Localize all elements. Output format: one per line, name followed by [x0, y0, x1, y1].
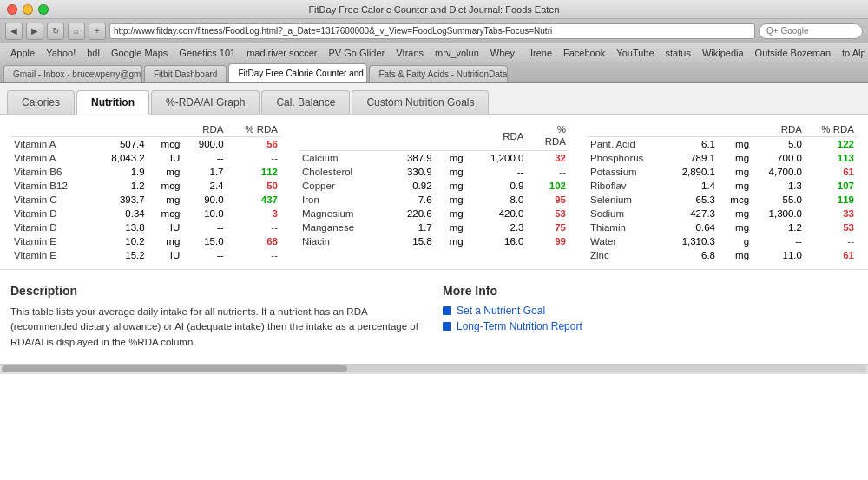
table-row: Phosphorus 789.1 mg 700.0 113 [587, 151, 858, 165]
bookmark-status[interactable]: status [661, 46, 696, 60]
scrollbar-thumb[interactable] [2, 365, 347, 372]
search-input[interactable] [759, 23, 863, 39]
riboflav-pct: 107 [806, 179, 858, 193]
table-row: Zinc 6.8 mg 11.0 61 [587, 248, 858, 262]
pant-acid-rda: 5.0 [753, 137, 806, 152]
table-row: Selenium 65.3 mcg 55.0 119 [587, 193, 858, 207]
bookmark-soccer[interactable]: mad river soccer [241, 46, 322, 60]
vitamins-value-header [93, 122, 148, 137]
vit-d2-name: Vitamin D [10, 220, 93, 234]
magnesium-name: Magnesium [299, 207, 387, 220]
url-input[interactable] [109, 23, 755, 39]
description-area: Description This table lists your averag… [0, 269, 868, 364]
vit-c-name: Vitamin C [10, 193, 93, 207]
vit-c-pct: 437 [227, 193, 281, 207]
vit-b12-rda: 2.4 [183, 179, 227, 193]
water-value: 1,310.3 [666, 234, 719, 248]
magnesium-rda: 420.0 [467, 207, 528, 220]
close-button[interactable] [7, 4, 17, 15]
phosphorus-value: 789.1 [666, 151, 719, 165]
bookmark-whey[interactable]: Whey [485, 46, 520, 60]
browser-tab-fats[interactable]: Fats & Fatty Acids - NutritionData... [369, 65, 508, 82]
table-row: Manganese 1.7 mg 2.3 75 [299, 220, 569, 234]
rss-button[interactable]: + [89, 23, 106, 40]
thiamin-rda: 1.2 [753, 220, 806, 234]
tab-custom-nutrition[interactable]: Custom Nutrition Goals [352, 90, 489, 114]
bookmark-wikipedia[interactable]: Wikipedia [697, 46, 749, 60]
vit-d-pct: 3 [227, 207, 281, 220]
vit-d-name: Vitamin D [10, 207, 93, 220]
bookmark-genetics[interactable]: Genetics 101 [174, 46, 240, 60]
cholesterol-unit: mg [436, 165, 467, 179]
minerals-table: RDA %RDA Calcium 387.9 mg 1,200.0 32 Cho… [299, 122, 569, 248]
table-row: Vitamin E 10.2 mg 15.0 68 [10, 234, 281, 248]
tab-nutrition[interactable]: Nutrition [76, 90, 149, 115]
bookmark-yahoo[interactable]: Yahoo! [41, 46, 81, 60]
bookmark-alp[interactable]: to Alp Ascen [837, 46, 868, 60]
vit-d2-pct: -- [227, 220, 281, 234]
minerals-header-row: RDA %RDA [299, 122, 569, 150]
table-row: Pant. Acid 6.1 mg 5.0 122 [587, 137, 858, 152]
tab-cal-balance[interactable]: Cal. Balance [261, 90, 350, 114]
main-content: Calories Nutrition %-RDA/AI Graph Cal. B… [0, 83, 868, 480]
minerals-value-header [387, 122, 435, 150]
longterm-report-link[interactable]: Long-Term Nutrition Report [443, 320, 858, 332]
water-rda: -- [753, 234, 806, 248]
magnesium-pct: 53 [527, 207, 569, 220]
zinc-value: 6.8 [666, 248, 719, 262]
bookmark-youtube[interactable]: YouTube [611, 46, 659, 60]
maximize-button[interactable] [38, 4, 49, 15]
bookmark-facebook[interactable]: Facebook [558, 46, 610, 60]
vit-e-value: 10.2 [93, 234, 148, 248]
cholesterol-value: 330.9 [387, 165, 435, 179]
vit-e-pct: 68 [227, 234, 281, 248]
potassium-name: Potassium [587, 165, 666, 179]
minimize-button[interactable] [23, 4, 33, 15]
more-minerals-header-row: RDA % RDA [587, 122, 858, 137]
manganese-name: Manganese [299, 220, 387, 234]
bookmark-googlemaps[interactable]: Google Maps [106, 46, 173, 60]
more-minerals-section: RDA % RDA Pant. Acid 6.1 mg 5.0 122 Phos… [587, 122, 858, 262]
tab-calories[interactable]: Calories [7, 90, 75, 114]
bookmark-mrv[interactable]: mrv_volun [430, 46, 484, 60]
bookmark-apple[interactable]: Apple [5, 46, 40, 60]
link-icon-1 [443, 306, 451, 315]
table-row: Magnesium 220.6 mg 420.0 53 [299, 207, 569, 220]
vit-b12-value: 1.2 [93, 179, 148, 193]
copper-unit: mg [436, 179, 467, 193]
bookmark-hdl[interactable]: hdl [82, 46, 105, 60]
bookmark-outside[interactable]: Outside Bozeman [750, 46, 836, 60]
tab-rda-graph[interactable]: %-RDA/AI Graph [151, 90, 260, 114]
scrollbar-track[interactable] [2, 365, 866, 372]
zinc-name: Zinc [587, 248, 666, 262]
browser-tab-fitbit[interactable]: Fitbit Dashboard [144, 65, 227, 82]
sodium-rda: 1,300.0 [753, 207, 806, 220]
bookmark-vtrans[interactable]: Vtrans [391, 46, 429, 60]
iron-rda: 8.0 [467, 193, 528, 207]
sodium-name: Sodium [587, 207, 666, 220]
vit-e-rda: 15.0 [183, 234, 227, 248]
table-row: Vitamin C 393.7 mg 90.0 437 [10, 193, 281, 207]
selenium-pct: 119 [806, 193, 858, 207]
calcium-unit: mg [436, 150, 467, 165]
manganese-pct: 75 [527, 220, 569, 234]
bookmark-irene[interactable]: Irene [525, 46, 557, 60]
vit-d2-rda: -- [183, 220, 227, 234]
back-button[interactable]: ◀ [5, 23, 23, 40]
table-row: Vitamin A 8,043.2 IU -- -- [10, 151, 281, 165]
bookmark-pvglider[interactable]: PV Go Glider [323, 46, 390, 60]
thiamin-name: Thiamin [587, 220, 666, 234]
browser-tab-fitday[interactable]: FitDay Free Calorie Counter and ... [228, 63, 367, 82]
forward-button[interactable]: ▶ [26, 23, 43, 40]
browser-tab-gmail[interactable]: Gmail - Inbox - brucewperry@gm... [3, 65, 142, 82]
iron-value: 7.6 [387, 193, 435, 207]
vit-b12-pct: 50 [227, 179, 281, 193]
thiamin-unit: mg [719, 220, 753, 234]
vit-b6-unit: mg [148, 165, 184, 179]
set-nutrient-goal-link[interactable]: Set a Nutrient Goal [443, 305, 858, 317]
refresh-button[interactable]: ↻ [47, 23, 64, 40]
home-button[interactable]: ⌂ [68, 23, 85, 40]
nutrition-area: RDA % RDA Vitamin A 507.4 mcg 900.0 56 V… [0, 115, 868, 269]
magnesium-unit: mg [436, 207, 467, 220]
manganese-value: 1.7 [387, 220, 435, 234]
